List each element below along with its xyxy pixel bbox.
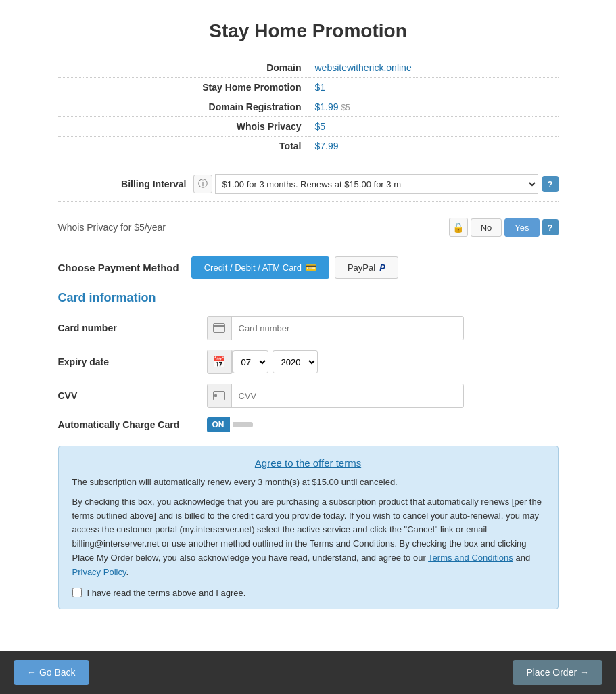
terms-title: Agree to the offer terms — [72, 457, 544, 469]
cvv-row: CVV — [58, 384, 559, 408]
domain-reg-label: Domain Registration — [58, 97, 308, 117]
card-number-row: Card number — [58, 316, 559, 340]
card-number-input[interactable] — [232, 319, 463, 338]
credit-card-icon: 💳 — [306, 262, 316, 273]
credit-card-label: Credit / Debit / ATM Card — [204, 262, 302, 273]
promo-label: Stay Home Promotion — [58, 78, 308, 97]
auto-charge-label: Automatically Charge Card — [58, 419, 207, 430]
terms-paragraph-2: By checking this box, you acknowledge th… — [72, 495, 544, 580]
svg-rect-3 — [214, 394, 217, 397]
expiry-month-select[interactable]: 01 02 03 04 05 06 07 08 09 10 11 12 — [233, 350, 268, 373]
domain-reg-value: $1.99 $5 — [308, 97, 559, 117]
auto-charge-row: Automatically Charge Card ON — [58, 417, 559, 432]
expiry-icon-wrapper: 📅 — [207, 350, 233, 374]
cvv-label: CVV — [58, 390, 207, 401]
whois-privacy-row: Whois Privacy for $5/year 🔒 No Yes ? — [58, 211, 559, 244]
card-info-title: Card information — [58, 291, 559, 305]
toggle-on-label: ON — [207, 417, 230, 432]
terms-checkbox-label: I have read the terms above and I agree. — [87, 588, 246, 598]
cvv-icon — [208, 384, 232, 407]
privacy-policy-link[interactable]: Privacy Policy — [72, 567, 126, 577]
terms-checkbox[interactable] — [72, 588, 82, 597]
whois-privacy-value: $5 — [308, 117, 559, 137]
table-row: Total $7.99 — [58, 137, 559, 156]
svg-rect-1 — [213, 325, 225, 327]
terms-paragraph-1: The subscription will automatically rene… — [72, 476, 544, 490]
svg-rect-0 — [214, 324, 225, 333]
bottom-bar: ← Go Back Place Order → — [0, 651, 616, 694]
table-row: Stay Home Promotion $1 — [58, 78, 559, 97]
cvv-input[interactable] — [232, 387, 463, 405]
table-row: Domain websitewitherick.online — [58, 58, 559, 78]
whois-help-button[interactable]: ? — [542, 219, 559, 235]
table-row: Whois Privacy $5 — [58, 117, 559, 137]
card-number-input-wrapper — [207, 316, 464, 340]
card-number-label: Card number — [58, 323, 207, 333]
whois-yes-button[interactable]: Yes — [504, 218, 539, 237]
billing-help-button[interactable]: ? — [542, 176, 559, 192]
billing-interval-label: Billing Interval — [58, 179, 193, 189]
toggle-off-area — [233, 422, 253, 427]
whois-privacy-label: Whois Privacy — [58, 117, 308, 137]
billing-interval-select[interactable]: $1.00 for 3 months. Renews at $15.00 for… — [215, 174, 538, 194]
payment-method-label: Choose Payment Method — [58, 262, 179, 273]
go-back-button[interactable]: ← Go Back — [14, 660, 89, 685]
total-label: Total — [58, 137, 308, 156]
page-title: Stay Home Promotion — [58, 20, 559, 42]
domain-label: Domain — [58, 58, 308, 78]
paypal-icon: P — [379, 262, 385, 273]
whois-no-button[interactable]: No — [471, 218, 502, 237]
promo-value: $1 — [308, 78, 559, 97]
place-order-button[interactable]: Place Order → — [513, 660, 602, 685]
card-number-icon — [208, 317, 232, 340]
terms-checkbox-row: I have read the terms above and I agree. — [72, 588, 544, 598]
billing-info-icon: ⓘ — [193, 175, 212, 193]
paypal-label: PayPal — [348, 262, 375, 273]
paypal-button[interactable]: PayPal P — [335, 256, 398, 279]
expiry-calendar-icon: 📅 — [208, 350, 232, 373]
summary-table: Domain websitewitherick.online Stay Home… — [58, 58, 559, 156]
expiry-year-select[interactable]: 2020 2021 2022 2023 2024 2025 2026 2027 … — [273, 350, 318, 373]
billing-interval-row: Billing Interval ⓘ $1.00 for 3 months. R… — [58, 167, 559, 202]
auto-charge-toggle[interactable]: ON — [207, 417, 253, 432]
credit-card-button[interactable]: Credit / Debit / ATM Card 💳 — [191, 256, 329, 279]
domain-value: websitewitherick.online — [308, 58, 559, 78]
terms-box: Agree to the offer terms The subscriptio… — [58, 446, 559, 609]
terms-and-conditions-link[interactable]: Terms and Conditions — [428, 553, 513, 563]
expiry-date-row: Expiry date 📅 01 02 03 04 05 06 07 08 09… — [58, 350, 559, 374]
whois-privacy-label-text: Whois Privacy for $5/year — [58, 222, 449, 233]
expiry-date-label: Expiry date — [58, 356, 207, 367]
total-value: $7.99 — [308, 137, 559, 156]
payment-method-row: Choose Payment Method Credit / Debit / A… — [58, 256, 559, 279]
expiry-selects: 01 02 03 04 05 06 07 08 09 10 11 12 2020… — [233, 350, 318, 373]
cvv-input-wrapper — [207, 384, 464, 408]
table-row: Domain Registration $1.99 $5 — [58, 97, 559, 117]
whois-lock-icon: 🔒 — [449, 218, 468, 237]
